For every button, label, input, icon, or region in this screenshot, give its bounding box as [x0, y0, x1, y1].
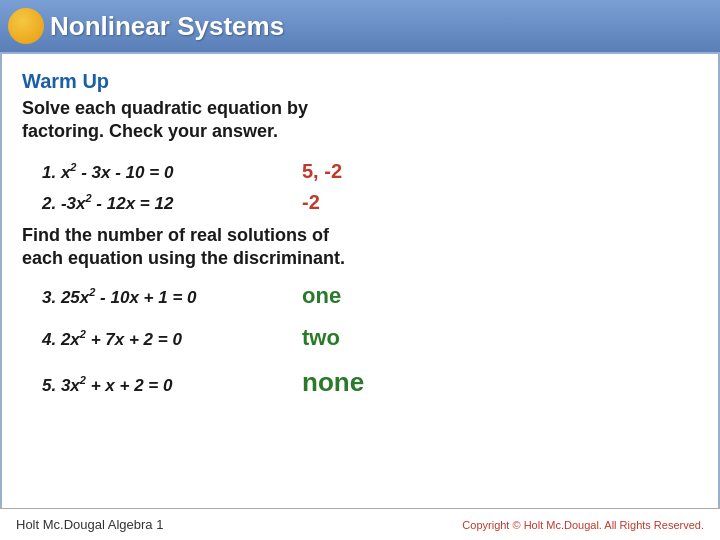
problem-2-answer: -2 — [302, 191, 422, 214]
factoring-problems: 1. x2 - 3x - 10 = 0 5, -2 2. -3x2 - 12x … — [22, 160, 698, 214]
page-header: Nonlinear Systems — [0, 0, 720, 52]
problem-1-answer: 5, -2 — [302, 160, 422, 183]
footer: Holt Mc.Dougal Algebra 1 Copyright © Hol… — [0, 508, 720, 540]
warm-up-title: Warm Up — [22, 70, 698, 93]
main-content: Warm Up Solve each quadratic equation by… — [0, 52, 720, 512]
problem-row-4: 4. 2x2 + 7x + 2 = 0 two — [22, 325, 698, 351]
problem-row-2: 2. -3x2 - 12x = 12 -2 — [42, 191, 698, 214]
discriminant-header: Find the number of real solutions of eac… — [22, 224, 698, 271]
problem-2-text: 2. -3x2 - 12x = 12 — [42, 192, 302, 214]
problem-row-5: 5. 3x2 + x + 2 = 0 none — [22, 367, 698, 398]
orange-circle-icon — [8, 8, 44, 44]
instruction-text: Solve each quadratic equation by factori… — [22, 97, 698, 144]
problem-5-answer: none — [302, 367, 364, 398]
problem-1-text: 1. x2 - 3x - 10 = 0 — [42, 161, 302, 183]
problem-4-text: 4. 2x2 + 7x + 2 = 0 — [42, 328, 302, 350]
page-title: Nonlinear Systems — [50, 11, 284, 42]
problem-3-answer: one — [302, 283, 341, 309]
problem-row-3: 3. 25x2 - 10x + 1 = 0 one — [22, 283, 698, 309]
problem-3-text: 3. 25x2 - 10x + 1 = 0 — [42, 286, 302, 308]
footer-left-text: Holt Mc.Dougal Algebra 1 — [16, 517, 163, 532]
problem-5-text: 5. 3x2 + x + 2 = 0 — [42, 374, 302, 396]
problem-row-1: 1. x2 - 3x - 10 = 0 5, -2 — [42, 160, 698, 183]
footer-right-text: Copyright © Holt Mc.Dougal. All Rights R… — [462, 519, 704, 531]
problem-4-answer: two — [302, 325, 340, 351]
